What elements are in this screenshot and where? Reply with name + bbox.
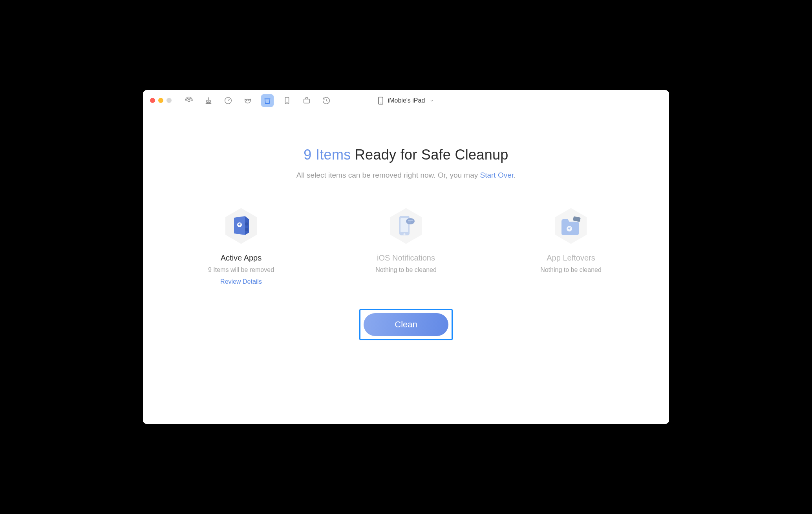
minimize-window-button[interactable] <box>158 98 163 103</box>
svg-point-16 <box>404 233 406 235</box>
subtitle-prefix: All select items can be removed right no… <box>296 171 480 179</box>
phone-icon[interactable] <box>281 94 293 107</box>
toolbar <box>183 94 333 107</box>
svg-point-2 <box>246 100 247 101</box>
svg-rect-22 <box>573 216 581 222</box>
card-title: iOS Notifications <box>377 253 435 263</box>
svg-point-0 <box>188 99 190 102</box>
item-count: 9 Items <box>304 147 351 163</box>
privacy-mask-icon[interactable] <box>241 94 254 107</box>
svg-marker-27 <box>465 367 618 424</box>
clean-button[interactable]: Clean <box>364 313 448 336</box>
airplay-icon[interactable] <box>183 94 195 107</box>
speed-icon[interactable] <box>222 94 234 107</box>
svg-rect-6 <box>304 99 310 103</box>
app-window: iMobie's iPad 9 Items Ready for Safe Cle… <box>143 90 669 424</box>
svg-rect-18 <box>408 220 413 221</box>
category-cards: Active Apps 9 Items will be removed Revi… <box>143 207 669 285</box>
active-apps-icon <box>224 207 258 245</box>
svg-marker-28 <box>555 373 669 424</box>
svg-point-11 <box>245 222 248 226</box>
card-subtitle: Nothing to be cleaned <box>375 266 437 274</box>
clean-button-highlight: Clean <box>359 309 453 340</box>
start-over-link[interactable]: Start Over <box>480 171 514 179</box>
main-content: 9 Items Ready for Safe Cleanup All selec… <box>143 111 669 424</box>
review-details-link[interactable]: Review Details <box>220 278 262 285</box>
svg-marker-23 <box>143 357 269 424</box>
app-leftovers-icon <box>554 207 588 245</box>
card-title: App Leftovers <box>547 253 595 263</box>
decorative-mountains <box>143 345 669 424</box>
card-ios-notifications: iOS Notifications Nothing to be cleaned <box>363 207 449 285</box>
svg-point-17 <box>406 218 415 224</box>
titlebar: iMobie's iPad <box>143 90 669 111</box>
history-icon[interactable] <box>320 94 333 107</box>
svg-marker-25 <box>284 373 449 424</box>
zoom-window-button[interactable] <box>166 98 172 103</box>
svg-marker-24 <box>190 361 347 424</box>
chevron-down-icon <box>429 98 434 103</box>
card-app-leftovers: App Leftovers Nothing to be cleaned <box>528 207 614 285</box>
toolbox-icon[interactable] <box>300 94 313 107</box>
device-icon <box>378 97 384 105</box>
svg-rect-19 <box>408 222 411 222</box>
card-subtitle: 9 Items will be removed <box>208 266 274 274</box>
ios-notifications-icon <box>389 207 423 245</box>
svg-point-12 <box>245 228 248 231</box>
subtitle-suffix: . <box>514 171 516 179</box>
card-active-apps: Active Apps 9 Items will be removed Revi… <box>198 207 284 285</box>
card-title: Active Apps <box>221 253 262 263</box>
subtitle: All select items can be removed right no… <box>143 171 669 180</box>
title-rest: Ready for Safe Cleanup <box>351 147 508 163</box>
card-subtitle: Nothing to be cleaned <box>540 266 602 274</box>
close-window-button[interactable] <box>150 98 155 103</box>
window-controls <box>150 98 172 103</box>
broom-icon[interactable] <box>202 94 215 107</box>
device-name: iMobie's iPad <box>388 97 425 104</box>
device-selector[interactable]: iMobie's iPad <box>378 97 435 105</box>
page-title: 9 Items Ready for Safe Cleanup <box>143 147 669 163</box>
trash-icon[interactable] <box>261 94 274 107</box>
svg-point-3 <box>249 100 249 101</box>
svg-marker-26 <box>363 369 536 424</box>
